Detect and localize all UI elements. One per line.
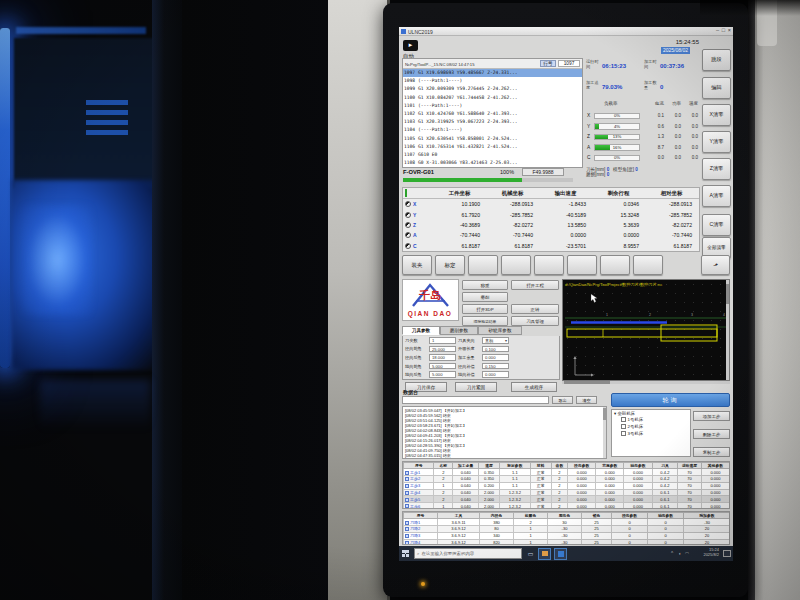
machine-checkbox[interactable] [621,424,626,429]
machine-tree-item[interactable]: 1号机床 [614,416,688,423]
notification-center-icon[interactable] [723,550,731,557]
tab-wheel-params[interactable]: 砂轮库参数 [478,326,522,335]
table-row[interactable]: 工步310.0400.2001.1正常20.0000.0000.0000.4-2… [404,482,730,489]
gcode-line[interactable]: 1103G1 X20.319925 Y59.067223 Z-24.393... [403,118,582,126]
table-row[interactable]: 工步220.0400.3501.1正常20.0000.0000.0000.4-2… [404,475,730,482]
row-checkbox[interactable] [405,498,409,502]
weigh-button[interactable]: 称重 [462,280,508,290]
gcode-line[interactable]: 1099G1 X20.009309 Y59.276445 Z-24.262... [403,85,582,93]
toolbar-button-blank[interactable] [633,255,663,275]
tab-grind-params[interactable]: 磨削参数 [440,326,478,335]
row-checkbox[interactable] [405,541,409,545]
generate-program-button[interactable]: 生成程序 [511,382,557,392]
gcode-line[interactable]: 1100G1 X10.084207 Y61.744458 Z-41.262... [403,94,582,102]
param-input[interactable]: 18.000 [429,354,456,361]
side-button-1[interactable]: 跳段 [702,49,731,71]
table-row[interactable]: 刀路33.6.9.123401-30250020 [404,532,731,539]
clear-preview-button[interactable]: 清除预览结果 [462,316,508,326]
machine-checkbox[interactable] [621,417,626,422]
table-row[interactable]: 工步120.0400.3501.1正常20.0000.0000.0000.4-2… [404,469,730,476]
toolbar-button-blank[interactable] [534,255,564,275]
toolbar-button[interactable]: 装夹 [402,255,432,275]
task-view-icon[interactable]: ▭ [525,549,536,559]
row-checkbox[interactable] [405,527,409,531]
graph-vscroll[interactable] [726,280,729,380]
return-button[interactable]: ⬏ [701,255,730,275]
gcode-line[interactable]: 1106G1 X10.765314 Y61.432821 Z-41.524... [403,143,582,151]
work-steps-table[interactable]: 序号名称加工余量速度标定参数材料齿数径向参数芯厚参数轴向参数刀具进给速度其他参数… [402,461,730,509]
table-row[interactable]: 刀路13.6.9.113802302500-30 [404,519,731,526]
open-project-button[interactable]: 打开工程 [511,280,559,290]
row-checkbox[interactable] [405,534,409,538]
taskbar-clock[interactable]: 15:24 2025/8/2 [703,547,719,557]
table-row[interactable]: 工步520.0402.0001.2.3.2正常20.0000.0000.0000… [404,496,730,503]
param-input[interactable]: 0.100 [482,346,509,353]
line-number-button[interactable]: 行号 [540,60,556,67]
close-button[interactable]: × [728,27,731,33]
row-checkbox[interactable] [405,484,409,488]
minimize-button[interactable]: – [716,27,719,33]
add-step-button[interactable]: 添加工步 [693,411,730,421]
toolbar-button-blank[interactable] [600,255,630,275]
file-explorer-icon[interactable] [539,549,550,559]
param-input[interactable]: 0.000 [482,354,509,361]
toolbar-button-blank[interactable] [468,255,498,275]
param-input[interactable]: 0.000 [482,371,509,378]
clamp-insert-button[interactable]: 刀片紧固 [455,382,497,392]
side-button-5[interactable]: Z清零 [702,158,731,180]
machine-tree-item[interactable]: 2号机床 [614,423,688,430]
delete-step-button[interactable]: 删除工步 [693,429,730,439]
gcode-line[interactable]: 1101(----Path:1----) [403,102,582,110]
param-input[interactable]: 0.150 [482,363,509,370]
poll-button[interactable]: 轮询 [611,393,730,407]
tray-network-icon[interactable]: ◠ [685,551,689,556]
row-checkbox[interactable] [405,521,409,525]
gcode-line[interactable]: 1104(----Path:1----) [403,126,582,134]
gcode-line[interactable]: 1105G1 X20.630541 Y58.858001 Z-24.524... [403,135,582,143]
side-button-3[interactable]: X清零 [702,104,731,126]
console-input[interactable] [402,396,549,404]
tray-volume-icon[interactable]: ◖ [678,551,681,556]
side-button-6[interactable]: A清零 [702,185,731,207]
param-input[interactable]: 5.000 [429,363,456,370]
graph-hscroll[interactable] [562,381,730,384]
tab-tool-params[interactable]: 刀具参数 [402,326,440,335]
toolbar-button-blank[interactable] [501,255,531,275]
gcode-line-list[interactable]: 1097G1 X19.698693 Y59.485667 Z-24.331...… [403,69,582,167]
row-checkbox[interactable] [405,491,409,495]
open-3dp-button[interactable]: 打开3DP [462,304,508,314]
table-row[interactable]: 刀路23.6.9.12801-30250020 [404,525,731,532]
param-input[interactable]: 5.000 [429,371,456,378]
side-button-2[interactable]: 编辑 [702,77,731,99]
row-checkbox[interactable] [405,471,409,475]
taskbar-search[interactable]: ⌕ 在这里输入你要搜索的内容 [414,548,522,559]
cnc-app-icon[interactable] [555,549,566,559]
forward-button[interactable]: 正转 [511,304,559,314]
toolpath-preview[interactable]: d:/QianDao/NcPrg/ToolProject/数控刀片/数控刀片.n… [562,279,730,381]
machine-tree-item[interactable]: 3号机床 [614,430,688,437]
table-row[interactable]: 工步420.0402.0001.2.3.2正常20.0000.0000.0000… [404,489,730,496]
clear-log-button[interactable]: 清空 [576,396,597,404]
gcode-line[interactable]: 1098(----Path:1----) [403,77,582,85]
param-input[interactable]: 直柄 [482,337,509,344]
param-input[interactable]: 25.000 [429,346,456,353]
tool-manage-button[interactable]: 刀具管理 [511,316,559,326]
gcode-line[interactable]: 1107G610 E0 [403,151,582,159]
param-input[interactable]: 1 [429,337,456,344]
side-button-7[interactable]: C清零 [702,214,731,236]
table-row[interactable]: 工步610.0402.0001.2.3.2正常20.0000.0000.0000… [404,503,730,509]
grind-button[interactable]: 磨削 [462,292,508,302]
machine-tree[interactable]: ▾ 全部机床 1号机床2号机床3号机床 [611,409,691,457]
log-scrollbar[interactable] [603,407,606,458]
log-list[interactable]: [08/02 03:45:59.047] 【开始加工】[08/02 03:45:… [402,406,607,459]
tray-expand-icon[interactable]: ^ [671,551,673,556]
toolbar-button[interactable]: 标定 [435,255,465,275]
gcode-line[interactable]: 1097G1 X19.698693 Y59.485667 Z-24.331... [403,69,582,77]
gcode-line[interactable]: 1108G0 X-31.003066 Y83.421463 Z-25.03... [403,159,582,167]
copy-step-button[interactable]: 复制工步 [693,447,730,457]
export-button[interactable]: 导出 [552,396,573,404]
tool-paths-table[interactable]: 序号工具内径角前磨角周向角锥角径向参数轴向参数附加参数刀路13.6.9.1138… [402,511,730,545]
gcode-line[interactable]: 1102G1 X10.424760 Y61.588640 Z-41.393... [403,110,582,118]
table-row[interactable]: 刀路43.6.9.128201-30250020 [404,539,731,545]
row-checkbox[interactable] [405,504,409,508]
